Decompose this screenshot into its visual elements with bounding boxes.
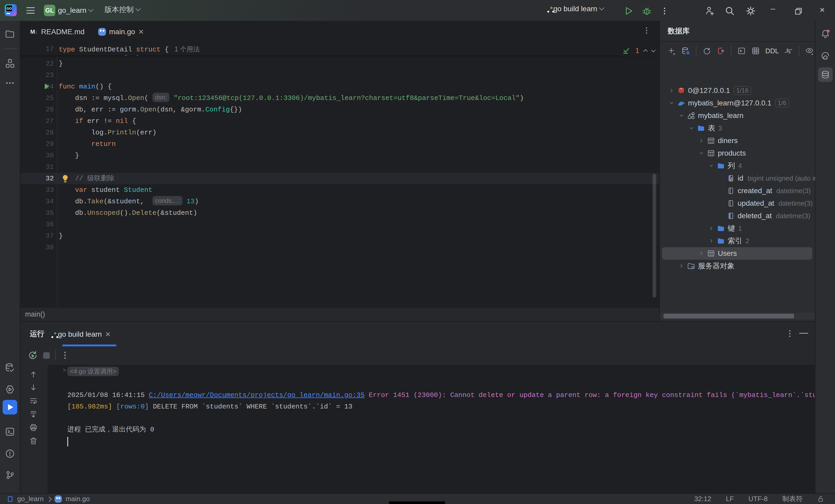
- main-menu-button[interactable]: [25, 6, 36, 16]
- tree-item--[interactable]: 服务器对象: [677, 260, 734, 272]
- tree-item-diners[interactable]: diners: [697, 135, 738, 147]
- tree-item-deleted-at[interactable]: deleted_atdatetime(3): [717, 209, 810, 222]
- chevron-right-icon[interactable]: [697, 250, 706, 257]
- code-segment: 1 个用法: [173, 45, 200, 53]
- more-actions-kebab-icon[interactable]: [660, 6, 669, 17]
- search-everywhere-icon[interactable]: [725, 6, 735, 17]
- code-editor[interactable]: 22}2324func main() {25 dsn := mysql.Open…: [20, 43, 659, 307]
- scroll-to-end-button[interactable]: [28, 408, 39, 420]
- chevron-down-icon[interactable]: [707, 162, 716, 169]
- soft-wrap-button[interactable]: [28, 395, 39, 407]
- tree-item--[interactable]: 表3: [687, 122, 722, 135]
- item-count: 1: [738, 224, 742, 233]
- down-stack-trace-button[interactable]: [28, 382, 39, 393]
- breadcrumb-context[interactable]: main(): [25, 310, 45, 318]
- project-widget[interactable]: GL go_learn: [44, 5, 93, 16]
- read-only-lock-icon[interactable]: [817, 496, 824, 503]
- next-problem-icon[interactable]: [651, 48, 656, 53]
- run-panel-title[interactable]: 运行: [30, 329, 44, 339]
- ai-assistant-button[interactable]: [818, 48, 833, 63]
- console-output[interactable]: <4 go 设置调用>>2025/01/08 16:41:15 C:/Users…: [47, 365, 815, 494]
- run-tab[interactable]: go build learn ✕: [55, 326, 111, 342]
- clear-all-button[interactable]: [28, 435, 39, 447]
- chevron-down-icon[interactable]: [667, 100, 676, 106]
- close-icon[interactable]: ✕: [138, 28, 144, 36]
- code-segment: Open: [140, 106, 156, 114]
- tab-options-kebab-icon[interactable]: [642, 26, 651, 36]
- chevron-down-icon[interactable]: [697, 150, 706, 157]
- toolwindow-problems-button[interactable]: [3, 446, 17, 461]
- tree-item--[interactable]: 索引2: [707, 235, 749, 247]
- chevron-down-icon[interactable]: [687, 125, 696, 132]
- print-button[interactable]: [28, 422, 39, 433]
- caret-position[interactable]: 32:12: [694, 495, 711, 503]
- toolwindow-services-button[interactable]: [3, 382, 17, 397]
- data-source-properties-button[interactable]: [680, 45, 692, 57]
- breadcrumb-project[interactable]: go_learn: [17, 495, 44, 503]
- chevron-right-icon[interactable]: [697, 137, 706, 144]
- notifications-bell-button[interactable]: [818, 27, 833, 41]
- indent-style[interactable]: 制表符: [782, 495, 802, 503]
- toolwindow-run-button[interactable]: [3, 400, 17, 415]
- more-toolwindows-button[interactable]: [3, 76, 17, 90]
- chevron-down-icon[interactable]: [677, 112, 686, 119]
- toolwindow-database-changes-button[interactable]: [3, 360, 17, 375]
- add-data-source-button[interactable]: [666, 45, 678, 57]
- stop-button[interactable]: [42, 351, 51, 361]
- close-icon[interactable]: ✕: [105, 330, 111, 339]
- tree-item-id[interactable]: idbigint unsigned (auto in: [717, 172, 815, 184]
- tree-item-created-at[interactable]: created_atdatetime(3): [717, 184, 811, 197]
- file-encoding[interactable]: UTF-8: [748, 495, 768, 503]
- run-gutter-icon[interactable]: [43, 82, 50, 92]
- view-data-button[interactable]: [750, 45, 762, 57]
- breadcrumb-file[interactable]: main.go: [65, 495, 90, 503]
- tree-item-0-127-0-0-1[interactable]: 0@127.0.0.11/16: [667, 84, 751, 97]
- database-horizontal-scrollbar[interactable]: [664, 314, 794, 318]
- toolwindow-database-button[interactable]: [818, 67, 833, 82]
- disconnect-button[interactable]: [715, 45, 727, 57]
- window-close-button[interactable]: ×: [820, 5, 825, 15]
- vcs-menu-label: 版本控制: [104, 5, 134, 15]
- chevron-right-icon[interactable]: [667, 87, 676, 94]
- run-panel-options-kebab-icon[interactable]: [785, 329, 795, 339]
- code-segment: (: [144, 94, 152, 102]
- tree-item--[interactable]: 键1: [707, 222, 742, 235]
- tree-item-mybatis-learn[interactable]: mybatis_learn: [677, 109, 744, 122]
- hide-panel-button[interactable]: —: [799, 327, 808, 338]
- chevron-right-icon[interactable]: [707, 225, 716, 232]
- up-stack-trace-button[interactable]: [28, 368, 39, 380]
- tab-readme[interactable]: M↓ README.md: [25, 21, 89, 43]
- window-minimize-button[interactable]: –: [771, 4, 775, 13]
- toolwindow-terminal-button[interactable]: [3, 424, 17, 439]
- toolwindow-structure-button[interactable]: [3, 56, 17, 70]
- console-more-kebab-icon[interactable]: [60, 350, 70, 361]
- vcs-menu-button[interactable]: 版本控制: [104, 5, 140, 15]
- tree-item-products[interactable]: products: [697, 147, 746, 160]
- view-options-button[interactable]: [803, 45, 815, 57]
- settings-gear-icon[interactable]: [746, 6, 756, 17]
- tree-item-mybatis-learn-127-0-0-1[interactable]: mybatis_learn@127.0.0.11/6: [667, 97, 789, 109]
- editor-scrollbar[interactable]: [653, 174, 656, 298]
- debug-button[interactable]: [641, 6, 652, 17]
- code-with-me-icon[interactable]: [704, 6, 715, 17]
- tree-item--[interactable]: 列4: [707, 160, 742, 172]
- toolwindow-project-button[interactable]: [3, 27, 17, 41]
- tree-item-updated-at[interactable]: updated_atdatetime(3): [717, 197, 813, 209]
- chevron-right-icon[interactable]: [677, 263, 686, 269]
- rerun-button[interactable]: [27, 350, 38, 362]
- tab-main-go[interactable]: main.go ✕: [94, 21, 148, 43]
- run-button[interactable]: [623, 6, 634, 17]
- navigate-to-console-button[interactable]: [782, 45, 795, 57]
- refresh-button[interactable]: [700, 45, 713, 57]
- run-config-selector[interactable]: go build learn: [551, 5, 604, 13]
- toolwindow-git-button[interactable]: [3, 468, 17, 482]
- window-restore-button[interactable]: [795, 7, 802, 16]
- prev-problem-icon[interactable]: [644, 49, 648, 54]
- tree-item-users[interactable]: Users: [697, 247, 737, 260]
- inspections-widget[interactable]: 1: [617, 45, 659, 56]
- ddl-button[interactable]: DDL: [764, 47, 780, 55]
- jump-to-query-console-button[interactable]: [736, 45, 748, 57]
- fold-marker[interactable]: >: [63, 366, 66, 374]
- chevron-right-icon[interactable]: [707, 238, 716, 244]
- line-separator[interactable]: LF: [726, 495, 734, 503]
